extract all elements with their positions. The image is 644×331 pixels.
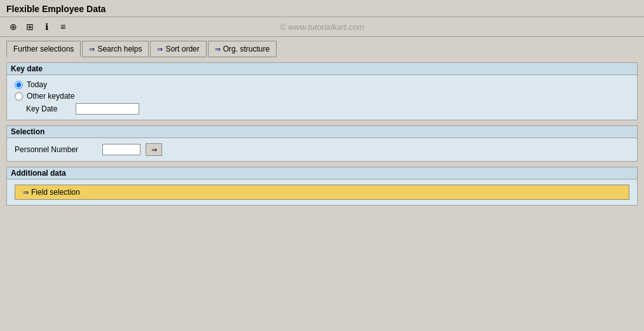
tab-sort-order[interactable]: ⇒ Sort order xyxy=(150,41,206,57)
tab-arrow-sort-order: ⇒ xyxy=(157,45,163,53)
additional-data-section: Additional data ⇒ Field selection xyxy=(6,167,638,206)
tabs-bar: Further selections ⇒ Search helps ⇒ Sort… xyxy=(0,37,644,57)
tab-arrow-search-helps: ⇒ xyxy=(89,45,95,53)
radio-other-label: Other keydate xyxy=(27,92,74,101)
selection-body: Personnel Number ⇒ xyxy=(7,138,637,161)
field-selection-arrow-icon: ⇒ xyxy=(23,188,29,197)
radio-today-row: Today xyxy=(15,80,629,89)
tab-search-helps-label: Search helps xyxy=(97,45,142,53)
nav-arrow-icon: ⇒ xyxy=(151,146,157,154)
tab-arrow-org-structure: ⇒ xyxy=(215,45,221,53)
additional-data-title: Additional data xyxy=(7,167,637,180)
key-date-body: Today Other keydate Key Date xyxy=(7,75,637,120)
radio-today-label: Today xyxy=(27,80,47,89)
personnel-number-input[interactable] xyxy=(102,144,140,155)
toolbar-icon-2[interactable]: ⊞ xyxy=(23,20,37,34)
personnel-number-row: Personnel Number ⇒ xyxy=(15,143,629,156)
tab-sort-order-label: Sort order xyxy=(165,45,199,53)
watermark: © www.tutorialkart.com xyxy=(280,22,364,32)
radio-other-keydate[interactable] xyxy=(15,92,23,101)
main-content: Key date Today Other keydate Key Date Se… xyxy=(0,57,644,211)
tab-further-selections[interactable]: Further selections xyxy=(6,41,81,57)
page-title: Flexible Employee Data xyxy=(6,4,106,14)
selection-section: Selection Personnel Number ⇒ xyxy=(6,125,638,162)
key-date-field-row: Key Date xyxy=(26,103,629,115)
tab-search-helps[interactable]: ⇒ Search helps xyxy=(82,41,149,57)
radio-group: Today Other keydate xyxy=(15,80,629,101)
tab-further-selections-label: Further selections xyxy=(13,45,74,53)
title-bar: Flexible Employee Data xyxy=(0,0,644,17)
personnel-number-label: Personnel Number xyxy=(15,145,97,154)
key-date-label: Key Date xyxy=(26,104,71,113)
radio-today[interactable] xyxy=(15,81,23,89)
tab-org-structure-label: Org. structure xyxy=(223,45,270,53)
additional-data-body: ⇒ Field selection xyxy=(7,180,637,205)
tab-org-structure[interactable]: ⇒ Org. structure xyxy=(208,41,277,57)
radio-other-row: Other keydate xyxy=(15,92,629,101)
toolbar-icon-3[interactable]: ℹ xyxy=(39,20,53,34)
field-selection-label: Field selection xyxy=(31,188,80,197)
personnel-number-nav-button[interactable]: ⇒ xyxy=(146,143,162,156)
toolbar: ⊕ ⊞ ℹ ≡ © www.tutorialkart.com xyxy=(0,17,644,37)
field-selection-button[interactable]: ⇒ Field selection xyxy=(15,185,629,200)
selection-title: Selection xyxy=(7,126,637,138)
key-date-input[interactable] xyxy=(76,103,139,115)
toolbar-icon-1[interactable]: ⊕ xyxy=(6,20,20,34)
toolbar-icon-4[interactable]: ≡ xyxy=(56,20,70,34)
key-date-section: Key date Today Other keydate Key Date xyxy=(6,62,638,120)
key-date-title: Key date xyxy=(7,63,637,75)
